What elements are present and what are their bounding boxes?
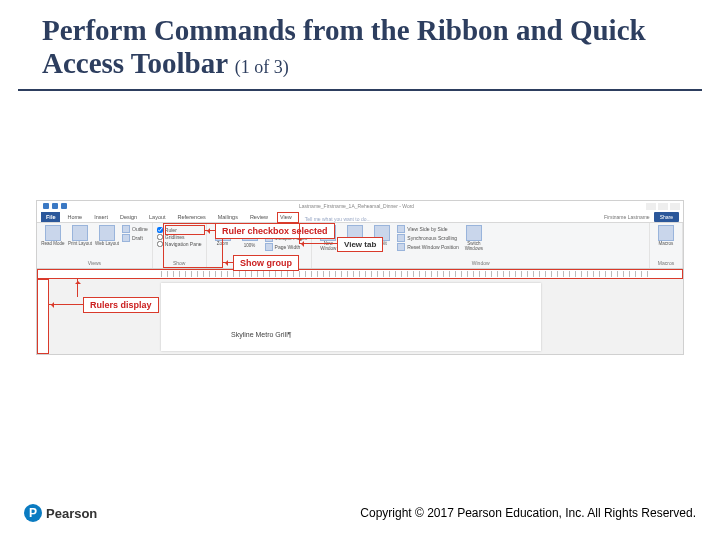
switch-windows-label: Switch Windows [462, 242, 486, 251]
side-by-side-icon [397, 225, 405, 233]
document-area: Skyline Metro Grill¶ [37, 279, 683, 354]
outline-button[interactable]: Outline [122, 225, 148, 233]
draft-icon [122, 234, 130, 242]
slide-footer: P Pearson Copyright © 2017 Pearson Educa… [24, 504, 696, 522]
print-layout-button[interactable]: Print Layout [68, 225, 92, 247]
arrow-view-tab-v [299, 223, 300, 243]
reset-window-label: Reset Window Position [407, 244, 458, 250]
copyright-text: Copyright © 2017 Pearson Education, Inc.… [360, 506, 696, 520]
gridlines-checkbox-input[interactable] [157, 234, 163, 240]
draft-button[interactable]: Draft [122, 234, 148, 242]
slide-title: Perform Commands from the Ribbon and Qui… [42, 14, 678, 81]
draft-label: Draft [132, 235, 143, 241]
pearson-logo-icon: P [24, 504, 42, 522]
maximize-icon[interactable] [658, 203, 668, 210]
print-layout-label: Print Layout [68, 242, 92, 247]
callout-show-group: Show group [233, 255, 299, 271]
read-mode-icon [45, 225, 61, 241]
tab-file[interactable]: File [41, 212, 60, 222]
zoom-label: Zoom [217, 242, 229, 247]
reset-window-button[interactable]: Reset Window Position [397, 243, 458, 251]
title-text: Perform Commands from the Ribbon and Qui… [42, 14, 646, 79]
tab-design[interactable]: Design [115, 212, 142, 222]
pearson-brand-text: Pearson [46, 506, 97, 521]
side-by-side-button[interactable]: View Side by Side [397, 225, 458, 233]
tab-insert[interactable]: Insert [89, 212, 113, 222]
document-heading: Skyline Metro Grill¶ [231, 331, 292, 338]
quick-access-toolbar [37, 203, 67, 209]
slide-count: (1 of 3) [235, 57, 289, 77]
signin-name[interactable]: Firstname Lastname [604, 214, 650, 220]
show-group-label: Show [157, 259, 202, 266]
horizontal-ruler [37, 269, 683, 279]
read-mode-button[interactable]: Read Mode [41, 225, 65, 247]
share-button[interactable]: Share [654, 212, 679, 222]
arrow-ruler-checkbox [205, 230, 215, 231]
macros-label: Macros [659, 242, 674, 247]
ruler-checkbox[interactable]: Ruler [157, 227, 202, 233]
navpane-checkbox-input[interactable] [157, 241, 163, 247]
gridlines-checkbox[interactable]: Gridlines [157, 234, 202, 240]
tab-view[interactable]: View [275, 212, 297, 222]
sync-scroll-label: Synchronous Scrolling [407, 235, 457, 241]
tab-mailings[interactable]: Mailings [213, 212, 243, 222]
tab-references[interactable]: References [173, 212, 211, 222]
outline-label: Outline [132, 226, 148, 232]
zoom-100-label: 100% [242, 242, 258, 251]
callout-rulers-display: Rulers display [83, 297, 159, 313]
read-mode-label: Read Mode [41, 242, 64, 247]
ruler-checkbox-input[interactable] [157, 227, 163, 233]
web-layout-icon [99, 225, 115, 241]
ruler-checkbox-label: Ruler [165, 227, 177, 233]
reset-window-icon [397, 243, 405, 251]
group-views: Read Mode Print Layout Web Layout Outlin… [37, 223, 153, 268]
pearson-brand: P Pearson [24, 504, 97, 522]
navpane-checkbox-label: Navigation Pane [165, 241, 202, 247]
web-layout-label: Web Layout [95, 242, 119, 247]
arrow-view-tab [299, 243, 337, 244]
macros-group-label: Macros [654, 259, 678, 266]
group-show: Ruler Gridlines Navigation Pane Show [153, 223, 207, 268]
undo-icon[interactable] [52, 203, 58, 209]
document-page: Skyline Metro Grill¶ [161, 283, 541, 351]
word-screenshot: Lastname_Firstname_1A_Rehearsal_Dinner -… [36, 200, 684, 355]
callout-ruler-checkbox: Ruler checkbox selected [215, 223, 335, 239]
arrow-rulers-h [49, 304, 83, 305]
vertical-ruler [37, 279, 49, 354]
minimize-icon[interactable] [646, 203, 656, 210]
print-layout-icon [72, 225, 88, 241]
switch-windows-icon [466, 225, 482, 241]
group-macros: Macros Macros [650, 223, 683, 268]
save-icon[interactable] [43, 203, 49, 209]
arrow-rulers-v [77, 279, 78, 297]
close-icon[interactable] [670, 203, 680, 210]
page-width-label: Page Width [275, 244, 301, 250]
sync-scroll-icon [397, 234, 405, 242]
side-by-side-label: View Side by Side [407, 226, 447, 232]
arrow-show-group [223, 262, 233, 263]
slide-title-block: Perform Commands from the Ribbon and Qui… [18, 0, 702, 91]
tab-layout[interactable]: Layout [144, 212, 171, 222]
gridlines-checkbox-label: Gridlines [165, 234, 185, 240]
macros-icon [658, 225, 674, 241]
window-titlebar: Lastname_Firstname_1A_Rehearsal_Dinner -… [37, 201, 683, 211]
page-width-icon [265, 243, 273, 251]
tab-home[interactable]: Home [62, 212, 87, 222]
sync-scroll-button[interactable]: Synchronous Scrolling [397, 234, 458, 242]
views-group-label: Views [41, 259, 148, 266]
switch-windows-button[interactable]: Switch Windows [462, 225, 486, 251]
window-group-label: Window [316, 259, 645, 266]
web-layout-button[interactable]: Web Layout [95, 225, 119, 247]
outline-icon [122, 225, 130, 233]
document-title: Lastname_Firstname_1A_Rehearsal_Dinner -… [67, 203, 646, 209]
callout-view-tab: View tab [337, 237, 383, 252]
window-controls [646, 203, 683, 210]
ribbon-tabs: File Home Insert Design Layout Reference… [37, 211, 683, 223]
tell-me[interactable]: Tell me what you want to do... [305, 216, 371, 222]
macros-button[interactable]: Macros [654, 225, 678, 247]
navpane-checkbox[interactable]: Navigation Pane [157, 241, 202, 247]
tab-review[interactable]: Review [245, 212, 273, 222]
